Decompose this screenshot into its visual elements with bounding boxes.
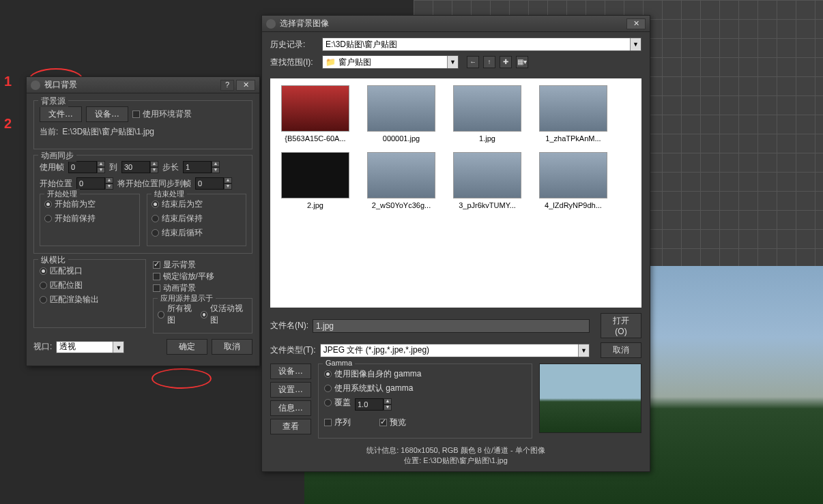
lock-zoom-checkbox[interactable]: 锁定缩放/平移	[153, 271, 214, 282]
use-frame-spinner[interactable]: ▲▼	[68, 161, 105, 173]
file-thumb[interactable]: 2.jpg	[277, 152, 353, 209]
use-env-label: 使用环境背景	[143, 108, 192, 120]
thumb-caption: 2.jpg	[277, 201, 353, 209]
match-viewport-radio[interactable]: 匹配视口	[40, 265, 83, 277]
source-legend: 背景源	[38, 95, 68, 107]
thumb-image	[281, 85, 349, 132]
app-icon	[266, 19, 276, 29]
active-view-radio[interactable]: 仅活动视图	[201, 303, 248, 326]
ok-button[interactable]: 确定	[167, 339, 207, 355]
view-menu-icon[interactable]: ▦▾	[516, 56, 528, 68]
match-bitmap-radio[interactable]: 匹配位图	[40, 280, 83, 291]
step-label: 步长	[162, 162, 179, 173]
viewport-background-dialog: 视口背景 ? ✕ 背景源 文件… 设备… 使用环境背景 当前: E:\3D贴图\…	[26, 76, 260, 366]
close-button[interactable]: ✕	[626, 18, 646, 29]
thumb-image	[367, 85, 435, 132]
gamma-own-radio[interactable]: 使用图像自身的 gamma	[324, 368, 421, 380]
aspect-legend: 纵横比	[38, 254, 68, 266]
start-proc-group: 开始处理 开始前为空 开始前保持	[40, 194, 140, 246]
end-proc-group: 结束处理 结束后为空 结束后保持 结束后循环	[147, 194, 247, 246]
view-button[interactable]: 查看	[270, 419, 311, 434]
annotation-2: 2	[4, 116, 12, 132]
new-folder-icon[interactable]: ✚	[500, 56, 512, 68]
all-views-radio[interactable]: 所有视图	[158, 303, 197, 326]
file-thumb[interactable]: 2_wS0YoYc36g...	[363, 152, 439, 209]
viewport-combo[interactable]: 透视▼	[56, 341, 124, 353]
filename-input[interactable]	[313, 319, 590, 333]
thumb-caption: 1_zhaTPkAnM...	[535, 134, 611, 143]
file-thumb[interactable]: 4_lZdRyNP9dh...	[535, 152, 611, 209]
anim-sync-group: 动画同步 使用帧 ▲▼ 到 ▲▼ 步长 ▲▼ 开始位置 ▲▼ 将开始位置同步到帧…	[33, 155, 252, 254]
current-label: 当前:	[40, 126, 58, 138]
cancel-button[interactable]: 取消	[212, 339, 252, 355]
thumb-image	[367, 152, 435, 198]
preview-checkbox[interactable]: 预览	[379, 417, 406, 428]
vbg-titlebar[interactable]: 视口背景 ? ✕	[27, 77, 259, 93]
file-list[interactable]: {B563A15C-60A...000001.jpg1.jpg1_zhaTPkA…	[270, 78, 641, 308]
start-blank-radio[interactable]: 开始前为空	[44, 198, 96, 210]
anim-bg-checkbox[interactable]: 动画背景	[153, 282, 196, 294]
use-env-checkbox[interactable]: 使用环境背景	[132, 108, 192, 120]
fch-titlebar[interactable]: 选择背景图像 ✕	[262, 16, 650, 32]
annotation-1: 1	[4, 74, 12, 89]
gamma-group: Gamma 使用图像自身的 gamma 使用系统默认 gamma 覆盖 ▲▼ 序…	[318, 364, 532, 439]
file-thumb[interactable]: 000001.jpg	[363, 85, 439, 143]
help-button[interactable]: ?	[220, 80, 234, 91]
filename-label: 文件名(N):	[270, 320, 308, 331]
thumb-caption: 3_pJr6kvTUMY...	[449, 201, 525, 209]
to-spinner[interactable]: ▲▼	[121, 161, 158, 173]
lookin-combo[interactable]: 📁 窗户贴图▼	[322, 55, 459, 69]
info-button[interactable]: 信息…	[270, 400, 311, 416]
start-pos-spinner[interactable]: ▲▼	[76, 177, 113, 190]
close-button[interactable]: ✕	[236, 80, 255, 91]
folder-icon: 📁	[326, 57, 336, 67]
thumb-image	[453, 85, 521, 132]
end-hold-radio[interactable]: 结束后保持	[151, 213, 203, 224]
sequence-checkbox[interactable]: 序列	[324, 417, 351, 428]
setup-button[interactable]: 设置…	[270, 382, 311, 398]
to-label: 到	[109, 162, 117, 173]
show-bg-checkbox[interactable]: 显示背景	[153, 259, 196, 271]
gamma-override-radio[interactable]: 覆盖	[324, 397, 351, 409]
gamma-legend: Gamma	[323, 359, 355, 367]
gamma-sys-radio[interactable]: 使用系统默认 gamma	[324, 383, 413, 394]
thumb-caption: 4_lZdRyNP9dh...	[535, 201, 611, 209]
back-icon[interactable]: ←	[467, 56, 479, 68]
file-thumb[interactable]: 3_pJr6kvTUMY...	[449, 152, 525, 209]
aspect-group: 纵横比 匹配视口 匹配位图 匹配渲染输出	[33, 259, 146, 328]
device-button[interactable]: 设备…	[86, 106, 128, 122]
current-path: E:\3D贴图\窗户贴图\1.jpg	[62, 126, 154, 138]
viewport-label: 视口:	[33, 341, 52, 353]
thumb-image	[453, 152, 521, 198]
lookin-label: 查找范围(I):	[270, 57, 318, 68]
vbg-title: 视口背景	[44, 79, 77, 91]
annotation-circle-ok	[151, 368, 212, 389]
app-icon	[31, 80, 40, 90]
device-button[interactable]: 设备…	[270, 364, 311, 379]
open-button[interactable]: 打开(O)	[601, 313, 641, 338]
file-button[interactable]: 文件…	[40, 106, 82, 122]
filetype-label: 文件类型(T):	[270, 344, 316, 356]
file-thumb[interactable]: 1.jpg	[449, 85, 525, 143]
end-blank-radio[interactable]: 结束后为空	[151, 198, 203, 210]
thumb-caption: 000001.jpg	[363, 134, 439, 143]
sync-label: 将开始位置同步到帧	[117, 178, 191, 190]
end-loop-radio[interactable]: 结束后循环	[151, 227, 203, 239]
location-line: 位置: E:\3D贴图\窗户贴图\1.jpg	[270, 456, 641, 466]
filetype-combo[interactable]: JPEG 文件 (*.jpg,*.jpe,*.jpeg)▼	[320, 344, 590, 357]
history-combo[interactable]: E:\3D贴图\窗户贴图▼	[322, 38, 641, 51]
sync-spinner[interactable]: ▲▼	[195, 177, 232, 190]
preview-image	[539, 364, 641, 433]
file-thumb[interactable]: 1_zhaTPkAnM...	[535, 85, 611, 143]
match-render-radio[interactable]: 匹配渲染输出	[40, 294, 99, 306]
gamma-override-spinner[interactable]: ▲▼	[355, 398, 392, 411]
thumb-caption: {B563A15C-60A...	[277, 134, 353, 143]
up-icon[interactable]: ↑	[483, 56, 495, 68]
start-proc-legend: 开始处理	[44, 189, 80, 199]
start-hold-radio[interactable]: 开始前保持	[44, 213, 96, 224]
thumb-image	[539, 85, 607, 132]
cancel-button[interactable]: 取消	[601, 342, 641, 358]
use-frame-label: 使用帧	[40, 162, 64, 173]
file-thumb[interactable]: {B563A15C-60A...	[277, 85, 353, 143]
step-spinner[interactable]: ▲▼	[183, 161, 220, 173]
